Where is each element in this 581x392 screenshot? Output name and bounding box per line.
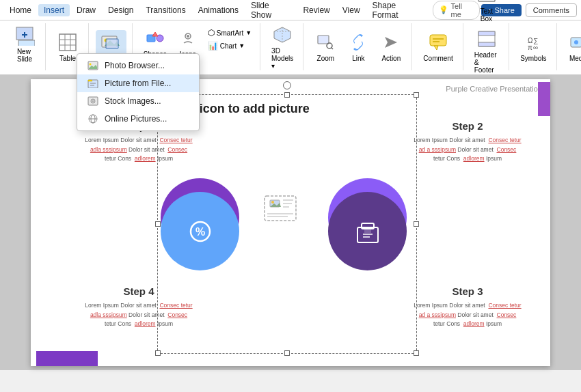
link-button[interactable]: Link <box>343 30 373 64</box>
comment-button[interactable]: Comment <box>419 30 457 64</box>
slide-watermark: Purple Creative Presentation <box>446 85 542 93</box>
step-4-section: Step 4 Lorem Ipsum Dolor sit amet Consec… <box>43 285 234 329</box>
svg-marker-26 <box>434 46 438 50</box>
menu-draw[interactable]: Draw <box>71 4 101 16</box>
symbols-icon: Ω ∑ π ∞ <box>522 31 544 53</box>
svg-point-41 <box>574 40 578 44</box>
comment-label: Comment <box>423 55 452 62</box>
comments-button[interactable]: Comments <box>526 3 577 17</box>
menu-home[interactable]: Home <box>4 4 37 16</box>
new-slide-label: NewSlide <box>17 48 32 63</box>
new-slide-button[interactable]: NewSlide <box>10 23 40 64</box>
online-pictures-label: Online Pictures... <box>105 114 167 124</box>
textbox-icon: A <box>476 0 498 6</box>
handle-tc[interactable] <box>284 92 290 98</box>
picture-from-file-label: Picture from File... <box>105 79 171 88</box>
step-1-text: Lorem Ipsum Dolor sit amet Consec tetur … <box>43 136 234 164</box>
shapes-icon <box>144 27 166 49</box>
zoom-label: Zoom <box>317 55 335 62</box>
menu-slideshow[interactable]: Slide Show <box>245 0 296 21</box>
svg-rect-32 <box>478 31 495 36</box>
stock-images-item[interactable]: Stock Images... <box>77 92 199 110</box>
step-4-circle: % <box>161 192 239 270</box>
comments-label: Comments <box>533 6 569 14</box>
svg-point-17 <box>187 35 189 38</box>
chart-label: Chart <box>220 42 237 50</box>
picture-from-file-item[interactable]: Picture from File... <box>77 74 199 92</box>
svg-text:%: % <box>195 226 204 238</box>
action-label: Action <box>381 55 401 62</box>
svg-point-51 <box>92 100 94 102</box>
link-label: Link <box>352 55 364 62</box>
handle-bl[interactable] <box>155 350 161 356</box>
online-pictures-item[interactable]: Online Pictures... <box>77 110 199 128</box>
online-pictures-icon <box>87 114 99 124</box>
stock-images-icon <box>87 96 99 106</box>
purple-bottom-accent <box>36 351 98 366</box>
step-3-title: Step 3 <box>396 285 539 297</box>
smartart-button[interactable]: ⬡ SmartArt ▼ <box>205 27 254 38</box>
menu-design[interactable]: Design <box>103 4 139 16</box>
svg-rect-86 <box>364 227 371 233</box>
handle-tr[interactable] <box>414 92 419 98</box>
svg-marker-24 <box>385 37 397 48</box>
comment-icon <box>427 31 449 53</box>
handle-br[interactable] <box>414 350 419 356</box>
svg-marker-46 <box>88 80 92 81</box>
svg-marker-18 <box>274 27 290 42</box>
picture-from-file-icon <box>87 79 99 88</box>
step-2-section: Step 2 Lorem Ipsum Dolor sit amet Consec… <box>396 120 539 164</box>
textbox-button[interactable]: A TextBox <box>472 0 502 24</box>
table-label: Table <box>59 55 76 62</box>
ribbon-group-new-slide: NewSlide <box>4 23 46 70</box>
smartart-arrow: ▼ <box>245 29 252 36</box>
menu-insert[interactable]: Insert <box>38 4 70 16</box>
handle-ml[interactable] <box>155 221 161 227</box>
svg-rect-25 <box>430 35 446 46</box>
chart-arrow: ▼ <box>239 42 245 49</box>
ribbon-group-media: Media <box>558 23 581 70</box>
zoom-icon <box>314 31 336 53</box>
menu-animations[interactable]: Animations <box>193 4 244 16</box>
images-icon <box>100 31 122 53</box>
handle-mr[interactable] <box>414 221 419 227</box>
photo-browser-item[interactable]: Photo Browser... <box>77 57 199 74</box>
headerfooter-button[interactable]: Header &Footer <box>470 27 504 75</box>
smartart-icon: ⬡ <box>208 28 215 38</box>
3dmodels-label: 3D Models ▾ <box>271 47 293 70</box>
symbols-button[interactable]: Ω ∑ π ∞ Symbols <box>516 30 550 64</box>
svg-marker-15 <box>152 32 158 36</box>
menu-view[interactable]: View <box>337 4 366 16</box>
rotate-handle[interactable] <box>283 81 291 89</box>
image-placeholder[interactable] <box>260 193 301 223</box>
ribbon-group-3dmodels: 3D Models ▾ <box>262 23 303 70</box>
svg-point-43 <box>90 64 92 66</box>
photo-browser-icon <box>87 61 99 70</box>
svg-rect-29 <box>478 0 495 1</box>
media-icon <box>568 31 581 53</box>
svg-point-73 <box>271 201 274 204</box>
menu-review[interactable]: Review <box>297 4 335 16</box>
purple-right-accent <box>538 82 550 116</box>
handle-bc[interactable] <box>284 350 290 356</box>
action-icon <box>380 31 402 53</box>
lightbulb-icon: 💡 <box>439 5 448 14</box>
chart-icon: 📊 <box>208 41 218 51</box>
chart-button[interactable]: 📊 Chart ▼ <box>205 40 247 51</box>
step-2-text: Lorem Ipsum Dolor sit amet Consec tetur … <box>396 136 539 164</box>
step-4-text: Lorem Ipsum Dolor sit amet Consec tetur … <box>43 301 234 329</box>
3dmodels-button[interactable]: 3D Models ▾ <box>267 23 297 71</box>
3dmodels-icon <box>271 24 293 46</box>
svg-rect-1 <box>18 40 35 46</box>
svg-rect-12 <box>106 39 118 48</box>
action-button[interactable]: Action <box>376 30 406 64</box>
svg-line-23 <box>332 48 333 49</box>
stock-images-label: Stock Images... <box>105 96 161 106</box>
zoom-button[interactable]: Zoom <box>310 30 340 64</box>
svg-rect-21 <box>318 36 329 44</box>
menu-shapeformat[interactable]: Shape Format <box>367 0 429 21</box>
new-slide-icon <box>14 25 36 46</box>
media-button[interactable]: Media <box>564 30 581 64</box>
menu-transitions[interactable]: Transitions <box>140 4 191 16</box>
tell-me-label: Tell me <box>451 2 474 18</box>
